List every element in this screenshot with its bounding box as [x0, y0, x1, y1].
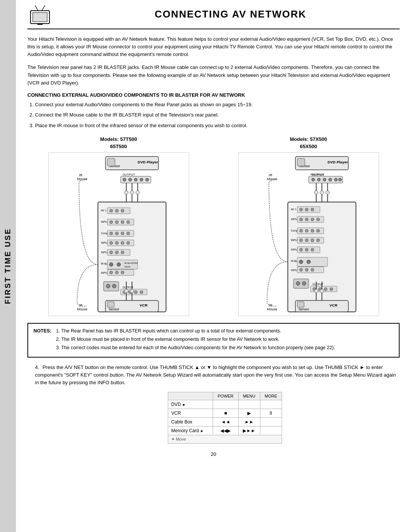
- svg-point-100: [338, 178, 341, 181]
- softkey-header-row: POWER MENU MORE: [168, 392, 282, 400]
- svg-text:VCR: VCR: [139, 303, 147, 307]
- page-number: 20: [27, 451, 400, 457]
- svg-text:DVD Player: DVD Player: [137, 160, 158, 164]
- svg-point-141: [302, 281, 306, 285]
- svg-point-61: [112, 284, 116, 288]
- vcr-play: ▶: [238, 409, 260, 418]
- cablebox-rew: ◄◄: [213, 418, 238, 427]
- svg-rect-9: [107, 158, 115, 166]
- svg-rect-59: [104, 281, 119, 291]
- svg-point-17: [140, 178, 143, 181]
- dvd-more: [260, 400, 282, 409]
- memcard-skipback: ◀◀▶: [213, 427, 238, 435]
- sidebar: FIRST TIME USE: [0, 0, 16, 532]
- svg-point-146: [324, 288, 327, 291]
- svg-point-118: [316, 229, 319, 232]
- col-header-more: MORE: [260, 392, 282, 400]
- svg-point-132: [299, 260, 303, 264]
- device-vcr: VCR: [168, 409, 213, 418]
- diagram-right-label: Models: 57X50065X500: [290, 136, 327, 150]
- svg-point-109: [299, 218, 303, 221]
- svg-point-116: [305, 229, 308, 232]
- diagram-left-label: Models: 57T50065T500: [100, 136, 137, 150]
- svg-text:Mouse: Mouse: [267, 177, 277, 181]
- svg-point-51: [117, 262, 121, 266]
- step-2: Connect the IR Mouse cable to the IR BLA…: [35, 111, 400, 119]
- intro-paragraph-2: The Television rear panel has 2 IR BLAST…: [27, 64, 400, 86]
- svg-rect-4: [37, 24, 43, 25]
- svg-point-33: [110, 232, 113, 235]
- svg-point-80: [135, 190, 139, 194]
- col-header-device: [168, 392, 213, 400]
- vcr-pause: II: [260, 409, 282, 418]
- svg-point-79: [130, 190, 134, 194]
- svg-text:Mouse: Mouse: [77, 307, 87, 311]
- svg-point-47: [121, 251, 124, 254]
- svg-point-98: [328, 178, 331, 181]
- svg-text:IR: IR: [269, 304, 272, 307]
- page-title: CONNECTING AV NETWORK: [62, 8, 400, 20]
- svg-point-147: [330, 288, 333, 291]
- svg-point-46: [115, 251, 118, 254]
- svg-point-30: [126, 220, 129, 224]
- svg-text:IR: IR: [79, 173, 82, 177]
- diagram-area: Models: 57T50065T500 IR Sensor DVD Playe…: [27, 136, 400, 316]
- svg-line-3: [42, 5, 45, 11]
- col-header-menu: MENU: [238, 392, 260, 400]
- svg-point-117: [311, 229, 314, 232]
- svg-point-15: [128, 178, 131, 181]
- svg-point-60: [106, 284, 110, 288]
- softkey-row-memcard: Memory Card ► ◀◀▶ ▶►►: [168, 427, 282, 435]
- svg-point-136: [299, 268, 303, 271]
- svg-text:Sensor: Sensor: [108, 307, 119, 311]
- svg-point-95: [311, 178, 314, 181]
- connecting-heading: CONNECTING EXTERNAL AUDIO/VIDEO COMPONEN…: [27, 92, 400, 98]
- svg-point-34: [115, 232, 118, 235]
- svg-point-41: [121, 241, 124, 244]
- svg-point-84: [130, 289, 134, 293]
- svg-point-110: [305, 218, 308, 221]
- svg-point-124: [316, 239, 319, 242]
- svg-text:Sensor: Sensor: [298, 307, 309, 311]
- svg-point-138: [311, 268, 314, 271]
- svg-point-83: [124, 289, 128, 293]
- softkey-move-row: ✦ Move: [168, 435, 282, 444]
- svg-point-121: [299, 239, 303, 242]
- svg-point-122: [305, 239, 308, 242]
- svg-point-133: [307, 260, 311, 264]
- vcr-stop: ■: [213, 409, 238, 418]
- cablebox-c3: [260, 418, 282, 427]
- softkey-table: POWER MENU MORE DVD ► VCR ■ ▶ II: [168, 392, 282, 444]
- dvd-menu: [238, 400, 260, 409]
- memcard-skipfwd: ▶►►: [238, 427, 260, 435]
- svg-point-66: [134, 291, 137, 294]
- step4-description: Press the A/V NET button on the remote c…: [35, 364, 396, 385]
- steps-list: Connect your external Audio/Video compon…: [35, 101, 400, 129]
- svg-point-111: [311, 218, 314, 221]
- move-label: ✦ Move: [168, 435, 282, 444]
- notes-box: NOTES: 1. The Rear Panel has two IR BLAS…: [27, 323, 400, 358]
- svg-point-158: [314, 190, 318, 194]
- svg-point-129: [311, 248, 314, 251]
- svg-text:AV 1: AV 1: [291, 208, 296, 211]
- softkey-row-dvd: DVD ►: [168, 400, 282, 409]
- svg-text:Mouse: Mouse: [267, 307, 277, 311]
- svg-text:inputs: inputs: [124, 265, 130, 267]
- sidebar-label: FIRST TIME USE: [4, 228, 13, 304]
- svg-point-164: [320, 289, 323, 293]
- svg-rect-152: [297, 302, 304, 307]
- diagram-left: Models: 57T50065T500 IR Sensor DVD Playe…: [27, 136, 210, 316]
- svg-point-39: [110, 241, 113, 244]
- svg-point-99: [334, 178, 337, 181]
- cablebox-ff: ►►: [238, 418, 260, 427]
- svg-point-112: [316, 218, 319, 221]
- svg-text:OUTPUT: OUTPUT: [122, 173, 135, 176]
- svg-text:DVD Player: DVD Player: [327, 160, 348, 164]
- svg-point-58: [121, 271, 124, 274]
- hitachi-logo-icon: [27, 4, 54, 25]
- svg-point-22: [110, 209, 113, 212]
- svg-point-140: [296, 281, 300, 285]
- note-1: 1. The Rear Panel has two IR BLASTER inp…: [56, 328, 393, 335]
- svg-rect-1: [33, 13, 47, 22]
- note-3: 3. The correct codes must be entered for…: [56, 344, 393, 351]
